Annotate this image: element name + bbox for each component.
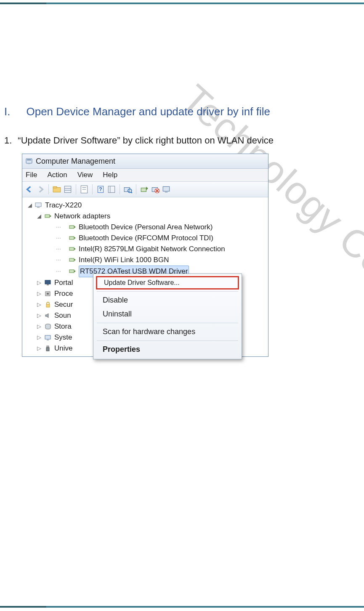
svg-rect-33 bbox=[69, 247, 74, 250]
svg-rect-47 bbox=[47, 346, 49, 348]
storage-icon bbox=[44, 323, 52, 330]
tree-item-intel-wifi[interactable]: ⋯ Intel(R) WiFi Link 1000 BGN bbox=[26, 255, 268, 266]
svg-rect-28 bbox=[50, 215, 51, 217]
expand-icon[interactable]: ▷ bbox=[37, 310, 42, 321]
details-icon[interactable] bbox=[107, 185, 116, 194]
svg-rect-38 bbox=[74, 271, 75, 272]
menu-action[interactable]: Action bbox=[47, 171, 67, 179]
expand-icon[interactable]: ▷ bbox=[37, 288, 42, 299]
bottom-border bbox=[0, 606, 364, 608]
tree-connector-icon: ⋯ bbox=[56, 266, 66, 277]
svg-rect-1 bbox=[27, 159, 31, 160]
update-driver-icon[interactable] bbox=[140, 185, 149, 194]
context-item-uninstall[interactable]: Uninstall bbox=[93, 307, 242, 321]
svg-rect-46 bbox=[47, 340, 49, 340]
list-icon[interactable] bbox=[63, 185, 72, 194]
svg-rect-13 bbox=[108, 186, 114, 192]
context-item-properties[interactable]: Properties bbox=[93, 343, 242, 356]
context-menu: Update Driver Software... Disable Uninst… bbox=[93, 274, 242, 359]
tree-item-label: Bluetooth Device (Personal Area Network) bbox=[79, 222, 213, 233]
svg-rect-43 bbox=[46, 304, 50, 307]
svg-rect-30 bbox=[74, 226, 75, 228]
menu-file[interactable]: File bbox=[26, 171, 37, 179]
tree-item-label: Syste bbox=[54, 332, 72, 343]
svg-rect-2 bbox=[28, 163, 30, 164]
system-icon bbox=[44, 334, 52, 341]
menu-view[interactable]: View bbox=[77, 171, 93, 179]
folder-icon[interactable] bbox=[52, 185, 61, 194]
tree-network-adapters-label: Network adapters bbox=[54, 211, 110, 222]
scan-icon[interactable] bbox=[123, 185, 133, 194]
expand-icon[interactable]: ▷ bbox=[37, 277, 42, 288]
svg-rect-24 bbox=[165, 191, 168, 192]
tree-network-adapters[interactable]: ◢ Network adapters bbox=[26, 211, 268, 222]
step-number: 1. bbox=[4, 135, 12, 146]
toolbar-separator bbox=[120, 184, 120, 194]
tree-root[interactable]: ◢ Tracy-X220 bbox=[26, 200, 268, 211]
svg-text:?: ? bbox=[99, 186, 102, 192]
expand-icon[interactable]: ▷ bbox=[37, 332, 42, 343]
menu-bar: File Action View Help bbox=[22, 169, 268, 182]
sound-icon bbox=[44, 312, 52, 319]
tree-item-label: Unive bbox=[54, 343, 72, 354]
context-item-update-driver[interactable]: Update Driver Software... bbox=[96, 276, 239, 290]
context-item-disable[interactable]: Disable bbox=[93, 293, 242, 307]
svg-rect-0 bbox=[26, 159, 32, 163]
computer-icon bbox=[35, 202, 43, 209]
window-title: Computer Management bbox=[36, 157, 115, 166]
network-adapter-icon bbox=[69, 268, 76, 275]
section-heading: I. Open Device Manager and update driver… bbox=[4, 105, 364, 118]
tree-item-label: Bluetooth Device (RFCOMM Protocol TDI) bbox=[79, 233, 213, 244]
content-area: I. Open Device Manager and update driver… bbox=[4, 105, 364, 357]
toolbar-separator bbox=[92, 184, 93, 194]
processor-icon bbox=[44, 290, 52, 297]
top-border-accent bbox=[0, 3, 46, 4]
network-adapter-icon bbox=[69, 224, 76, 231]
svg-rect-40 bbox=[47, 284, 49, 285]
context-separator bbox=[97, 291, 238, 292]
menu-help[interactable]: Help bbox=[103, 171, 117, 179]
svg-rect-35 bbox=[69, 258, 74, 261]
window-titlebar[interactable]: Computer Management bbox=[22, 154, 268, 169]
tree-item-label: Intel(R) WiFi Link 1000 BGN bbox=[79, 255, 169, 266]
properties-icon[interactable] bbox=[80, 185, 89, 194]
toolbar-separator bbox=[136, 184, 136, 194]
svg-rect-45 bbox=[45, 335, 50, 339]
toolbar: ? bbox=[22, 182, 268, 197]
svg-rect-27 bbox=[45, 215, 50, 218]
expand-icon[interactable]: ▷ bbox=[37, 299, 42, 310]
tree-item-bt-pan[interactable]: ⋯ Bluetooth Device (Personal Area Networ… bbox=[26, 222, 268, 233]
svg-rect-42 bbox=[47, 293, 49, 295]
tree-connector-icon: ⋯ bbox=[56, 222, 66, 233]
tree-connector-icon: ⋯ bbox=[56, 244, 66, 255]
svg-rect-31 bbox=[69, 236, 74, 239]
expand-icon[interactable]: ▷ bbox=[37, 343, 42, 354]
svg-rect-23 bbox=[163, 186, 169, 191]
tree-item-label: Stora bbox=[54, 321, 72, 332]
network-adapter-icon bbox=[69, 235, 76, 242]
uninstall-icon[interactable] bbox=[151, 185, 160, 194]
forward-icon[interactable] bbox=[36, 185, 45, 194]
step-text: “Update Driver Software” by click right … bbox=[18, 135, 274, 146]
usb-icon bbox=[44, 345, 52, 352]
screenshot-computer-management: Computer Management File Action View Hel… bbox=[22, 154, 268, 357]
app-icon bbox=[26, 158, 32, 165]
context-item-label: Update Driver Software... bbox=[104, 279, 180, 286]
svg-rect-39 bbox=[45, 280, 50, 284]
tree-item-intel-gigabit[interactable]: ⋯ Intel(R) 82579LM Gigabit Network Conne… bbox=[26, 244, 268, 255]
device-icon[interactable] bbox=[162, 185, 171, 194]
svg-rect-26 bbox=[37, 207, 40, 208]
expand-icon[interactable]: ▷ bbox=[37, 321, 42, 332]
context-item-scan[interactable]: Scan for hardware changes bbox=[93, 325, 242, 339]
network-adapter-icon bbox=[69, 257, 76, 263]
help-icon[interactable]: ? bbox=[96, 185, 105, 194]
toolbar-separator bbox=[48, 184, 49, 194]
back-icon[interactable] bbox=[25, 185, 34, 194]
context-separator bbox=[97, 340, 238, 341]
svg-rect-48 bbox=[46, 348, 49, 351]
tree-item-bt-rfcomm[interactable]: ⋯ Bluetooth Device (RFCOMM Protocol TDI) bbox=[26, 233, 268, 244]
collapse-icon[interactable]: ◢ bbox=[27, 200, 32, 211]
tree-connector-icon: ⋯ bbox=[56, 255, 66, 266]
collapse-icon[interactable]: ◢ bbox=[37, 211, 42, 222]
security-icon bbox=[44, 301, 52, 308]
